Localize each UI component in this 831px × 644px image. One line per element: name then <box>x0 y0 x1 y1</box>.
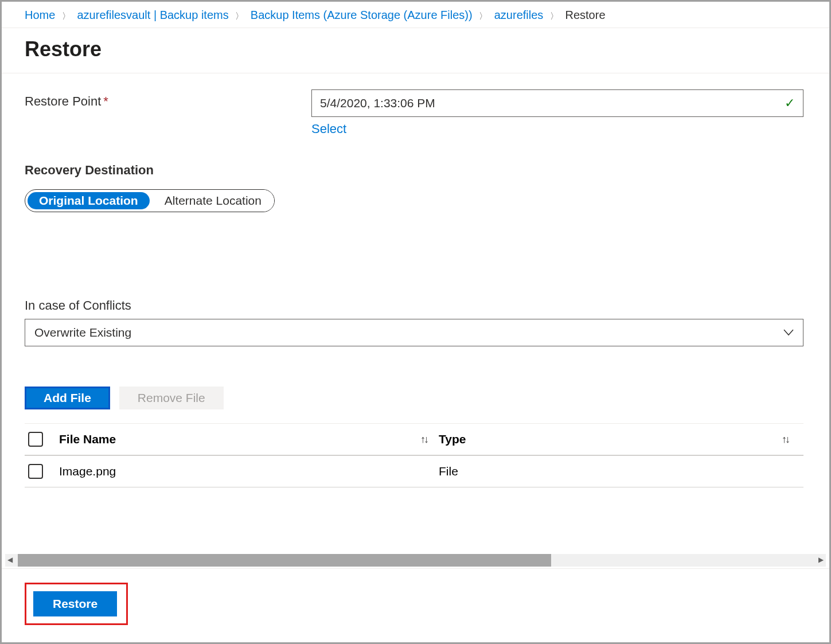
breadcrumb-backup-items[interactable]: Backup Items (Azure Storage (Azure Files… <box>251 9 473 21</box>
restore-point-label: Restore Point* <box>25 89 311 109</box>
restore-point-value: 5/4/2020, 1:33:06 PM <box>320 96 785 110</box>
chevron-down-icon <box>783 327 794 339</box>
breadcrumb-home[interactable]: Home <box>25 9 55 21</box>
breadcrumb: Home 〉 azurefilesvault | Backup items 〉 … <box>2 2 829 28</box>
breadcrumb-azurefiles[interactable]: azurefiles <box>494 9 544 21</box>
footer: Restore <box>2 568 829 642</box>
chevron-right-icon: 〉 <box>479 11 487 21</box>
sort-icon[interactable]: ↑↓ <box>420 434 427 446</box>
breadcrumb-current: Restore <box>565 9 605 21</box>
required-asterisk: * <box>103 94 108 108</box>
cell-type: File <box>439 465 800 478</box>
table-header: File Name ↑↓ Type ↑↓ <box>25 423 803 456</box>
select-restore-point-link[interactable]: Select <box>311 122 346 136</box>
col-header-type[interactable]: Type <box>439 432 466 446</box>
conflicts-label: In case of Conflicts <box>25 298 806 313</box>
remove-file-button: Remove File <box>119 387 224 409</box>
restore-button[interactable]: Restore <box>33 591 117 616</box>
scrollbar-thumb[interactable] <box>18 554 551 567</box>
chevron-right-icon: 〉 <box>62 11 71 21</box>
checkmark-icon: ✓ <box>785 96 795 111</box>
row-checkbox[interactable] <box>28 464 43 479</box>
chevron-right-icon: 〉 <box>235 11 244 21</box>
recovery-destination-toggle: Original Location Alternate Location <box>25 189 275 212</box>
select-all-checkbox[interactable] <box>28 432 43 447</box>
original-location-option[interactable]: Original Location <box>28 192 150 209</box>
breadcrumb-vault[interactable]: azurefilesvault | Backup items <box>77 9 228 21</box>
col-header-filename[interactable]: File Name <box>59 432 116 446</box>
recovery-destination-header: Recovery Destination <box>25 163 806 178</box>
files-table: File Name ↑↓ Type ↑↓ Image.png File <box>25 423 803 487</box>
scroll-left-icon[interactable]: ◀ <box>7 556 13 564</box>
table-row[interactable]: Image.png File <box>25 456 803 487</box>
horizontal-scrollbar[interactable]: ◀ ▶ <box>5 554 826 567</box>
scroll-right-icon[interactable]: ▶ <box>818 556 824 564</box>
chevron-right-icon: 〉 <box>550 11 559 21</box>
sort-icon[interactable]: ↑↓ <box>782 434 789 446</box>
conflicts-value: Overwrite Existing <box>34 326 783 339</box>
cell-filename: Image.png <box>59 465 439 478</box>
add-file-button[interactable]: Add File <box>25 387 110 409</box>
conflicts-dropdown[interactable]: Overwrite Existing <box>25 319 803 346</box>
alternate-location-option[interactable]: Alternate Location <box>152 190 274 212</box>
page-title: Restore <box>2 28 829 73</box>
restore-highlight-box: Restore <box>25 583 128 625</box>
restore-point-input[interactable]: 5/4/2020, 1:33:06 PM ✓ <box>311 89 803 117</box>
